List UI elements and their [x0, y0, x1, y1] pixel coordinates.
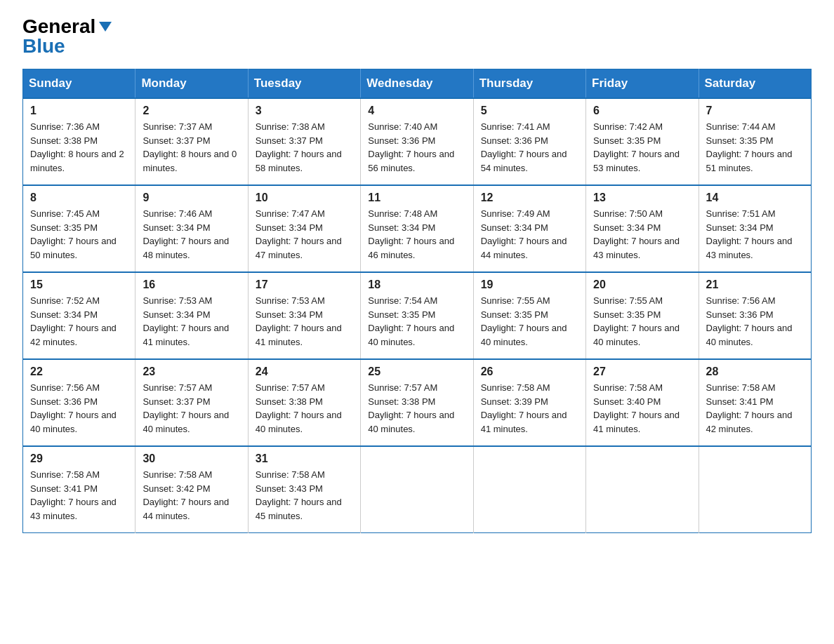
- calendar-day-cell: [473, 446, 585, 533]
- day-info: Sunrise: 7:58 AM Sunset: 3:41 PM Dayligh…: [30, 468, 128, 523]
- day-number: 28: [706, 365, 804, 378]
- day-info: Sunrise: 7:58 AM Sunset: 3:40 PM Dayligh…: [593, 381, 691, 436]
- calendar-day-cell: 25 Sunrise: 7:57 AM Sunset: 3:38 PM Dayl…: [361, 359, 473, 446]
- day-info: Sunrise: 7:47 AM Sunset: 3:34 PM Dayligh…: [256, 207, 353, 262]
- day-info: Sunrise: 7:58 AM Sunset: 3:42 PM Dayligh…: [143, 468, 240, 523]
- calendar-day-cell: 20 Sunrise: 7:55 AM Sunset: 3:35 PM Dayl…: [586, 272, 699, 359]
- day-info: Sunrise: 7:49 AM Sunset: 3:34 PM Dayligh…: [481, 207, 578, 262]
- calendar-day-cell: 17 Sunrise: 7:53 AM Sunset: 3:34 PM Dayl…: [248, 272, 360, 359]
- day-info: Sunrise: 7:58 AM Sunset: 3:43 PM Dayligh…: [256, 468, 353, 523]
- calendar-day-cell: 23 Sunrise: 7:57 AM Sunset: 3:37 PM Dayl…: [135, 359, 248, 446]
- calendar-week-row: 29 Sunrise: 7:58 AM Sunset: 3:41 PM Dayl…: [23, 446, 812, 533]
- calendar-day-cell: 21 Sunrise: 7:56 AM Sunset: 3:36 PM Dayl…: [699, 272, 811, 359]
- day-number: 15: [30, 279, 128, 291]
- day-number: 11: [368, 192, 465, 204]
- day-number: 13: [593, 192, 691, 204]
- calendar-day-header: Monday: [135, 69, 248, 99]
- day-info: Sunrise: 7:48 AM Sunset: 3:34 PM Dayligh…: [368, 207, 465, 262]
- calendar-day-cell: 14 Sunrise: 7:51 AM Sunset: 3:34 PM Dayl…: [699, 185, 811, 272]
- day-info: Sunrise: 7:38 AM Sunset: 3:37 PM Dayligh…: [256, 120, 353, 175]
- day-info: Sunrise: 7:56 AM Sunset: 3:36 PM Dayligh…: [706, 294, 804, 349]
- day-info: Sunrise: 7:54 AM Sunset: 3:35 PM Dayligh…: [368, 294, 465, 349]
- calendar-day-cell: 16 Sunrise: 7:53 AM Sunset: 3:34 PM Dayl…: [135, 272, 248, 359]
- day-info: Sunrise: 7:42 AM Sunset: 3:35 PM Dayligh…: [593, 120, 691, 175]
- day-number: 10: [256, 192, 353, 204]
- calendar-day-cell: 1 Sunrise: 7:36 AM Sunset: 3:38 PM Dayli…: [23, 98, 135, 185]
- day-number: 20: [593, 279, 691, 291]
- day-info: Sunrise: 7:40 AM Sunset: 3:36 PM Dayligh…: [368, 120, 465, 175]
- day-info: Sunrise: 7:57 AM Sunset: 3:38 PM Dayligh…: [256, 381, 353, 436]
- day-number: 1: [30, 105, 128, 117]
- calendar-day-cell: 5 Sunrise: 7:41 AM Sunset: 3:36 PM Dayli…: [473, 98, 585, 185]
- day-info: Sunrise: 7:57 AM Sunset: 3:38 PM Dayligh…: [368, 381, 465, 436]
- calendar-header-row: SundayMondayTuesdayWednesdayThursdayFrid…: [23, 69, 812, 99]
- day-number: 8: [30, 192, 128, 204]
- calendar-week-row: 1 Sunrise: 7:36 AM Sunset: 3:38 PM Dayli…: [23, 98, 812, 185]
- day-info: Sunrise: 7:50 AM Sunset: 3:34 PM Dayligh…: [593, 207, 691, 262]
- calendar-week-row: 8 Sunrise: 7:45 AM Sunset: 3:35 PM Dayli…: [23, 185, 812, 272]
- day-number: 7: [706, 105, 804, 117]
- calendar-day-cell: 8 Sunrise: 7:45 AM Sunset: 3:35 PM Dayli…: [23, 185, 135, 272]
- calendar-week-row: 22 Sunrise: 7:56 AM Sunset: 3:36 PM Dayl…: [23, 359, 812, 446]
- calendar-day-cell: 18 Sunrise: 7:54 AM Sunset: 3:35 PM Dayl…: [361, 272, 473, 359]
- day-info: Sunrise: 7:46 AM Sunset: 3:34 PM Dayligh…: [143, 207, 240, 262]
- day-info: Sunrise: 7:36 AM Sunset: 3:38 PM Dayligh…: [30, 120, 128, 175]
- day-info: Sunrise: 7:58 AM Sunset: 3:39 PM Dayligh…: [481, 381, 578, 436]
- day-number: 6: [593, 105, 691, 117]
- logo-blue-text: Blue: [22, 36, 65, 56]
- day-number: 24: [256, 365, 353, 378]
- calendar-day-header: Friday: [586, 69, 699, 99]
- calendar-day-cell: 10 Sunrise: 7:47 AM Sunset: 3:34 PM Dayl…: [248, 185, 360, 272]
- day-number: 21: [706, 279, 804, 291]
- calendar-day-cell: 9 Sunrise: 7:46 AM Sunset: 3:34 PM Dayli…: [135, 185, 248, 272]
- logo-arrow-icon: [98, 19, 113, 34]
- calendar-day-cell: 30 Sunrise: 7:58 AM Sunset: 3:42 PM Dayl…: [135, 446, 248, 533]
- day-number: 4: [368, 105, 465, 117]
- day-number: 17: [256, 279, 353, 291]
- day-info: Sunrise: 7:55 AM Sunset: 3:35 PM Dayligh…: [593, 294, 691, 349]
- calendar-day-cell: 22 Sunrise: 7:56 AM Sunset: 3:36 PM Dayl…: [23, 359, 135, 446]
- day-info: Sunrise: 7:52 AM Sunset: 3:34 PM Dayligh…: [30, 294, 128, 349]
- svg-marker-0: [99, 22, 112, 32]
- calendar-day-header: Saturday: [699, 69, 811, 99]
- calendar-day-cell: 27 Sunrise: 7:58 AM Sunset: 3:40 PM Dayl…: [586, 359, 699, 446]
- page-header: General Blue: [22, 17, 812, 56]
- day-info: Sunrise: 7:44 AM Sunset: 3:35 PM Dayligh…: [706, 120, 804, 175]
- logo: General Blue: [22, 17, 113, 56]
- day-number: 25: [368, 365, 465, 378]
- day-number: 19: [481, 279, 578, 291]
- calendar-day-cell: 2 Sunrise: 7:37 AM Sunset: 3:37 PM Dayli…: [135, 98, 248, 185]
- calendar-day-header: Sunday: [23, 69, 135, 99]
- day-number: 29: [30, 452, 128, 465]
- day-number: 16: [143, 279, 240, 291]
- day-number: 9: [143, 192, 240, 204]
- day-number: 5: [481, 105, 578, 117]
- calendar-day-cell: 7 Sunrise: 7:44 AM Sunset: 3:35 PM Dayli…: [699, 98, 811, 185]
- day-info: Sunrise: 7:56 AM Sunset: 3:36 PM Dayligh…: [30, 381, 128, 436]
- day-number: 23: [143, 365, 240, 378]
- day-info: Sunrise: 7:51 AM Sunset: 3:34 PM Dayligh…: [706, 207, 804, 262]
- calendar-table: SundayMondayTuesdayWednesdayThursdayFrid…: [22, 69, 812, 533]
- day-info: Sunrise: 7:57 AM Sunset: 3:37 PM Dayligh…: [143, 381, 240, 436]
- calendar-day-cell: 4 Sunrise: 7:40 AM Sunset: 3:36 PM Dayli…: [361, 98, 473, 185]
- day-info: Sunrise: 7:53 AM Sunset: 3:34 PM Dayligh…: [256, 294, 353, 349]
- day-info: Sunrise: 7:58 AM Sunset: 3:41 PM Dayligh…: [706, 381, 804, 436]
- calendar-day-cell: 6 Sunrise: 7:42 AM Sunset: 3:35 PM Dayli…: [586, 98, 699, 185]
- day-number: 30: [143, 452, 240, 465]
- calendar-day-cell: 29 Sunrise: 7:58 AM Sunset: 3:41 PM Dayl…: [23, 446, 135, 533]
- calendar-day-cell: 15 Sunrise: 7:52 AM Sunset: 3:34 PM Dayl…: [23, 272, 135, 359]
- calendar-day-cell: 31 Sunrise: 7:58 AM Sunset: 3:43 PM Dayl…: [248, 446, 360, 533]
- calendar-day-cell: 3 Sunrise: 7:38 AM Sunset: 3:37 PM Dayli…: [248, 98, 360, 185]
- calendar-day-header: Thursday: [473, 69, 585, 99]
- logo-general-text: General: [22, 17, 95, 36]
- day-number: 14: [706, 192, 804, 204]
- calendar-day-cell: 28 Sunrise: 7:58 AM Sunset: 3:41 PM Dayl…: [699, 359, 811, 446]
- calendar-day-header: Wednesday: [361, 69, 473, 99]
- calendar-day-header: Tuesday: [248, 69, 360, 99]
- calendar-day-cell: 12 Sunrise: 7:49 AM Sunset: 3:34 PM Dayl…: [473, 185, 585, 272]
- day-info: Sunrise: 7:45 AM Sunset: 3:35 PM Dayligh…: [30, 207, 128, 262]
- day-info: Sunrise: 7:41 AM Sunset: 3:36 PM Dayligh…: [481, 120, 578, 175]
- day-number: 12: [481, 192, 578, 204]
- day-number: 3: [256, 105, 353, 117]
- day-number: 2: [143, 105, 240, 117]
